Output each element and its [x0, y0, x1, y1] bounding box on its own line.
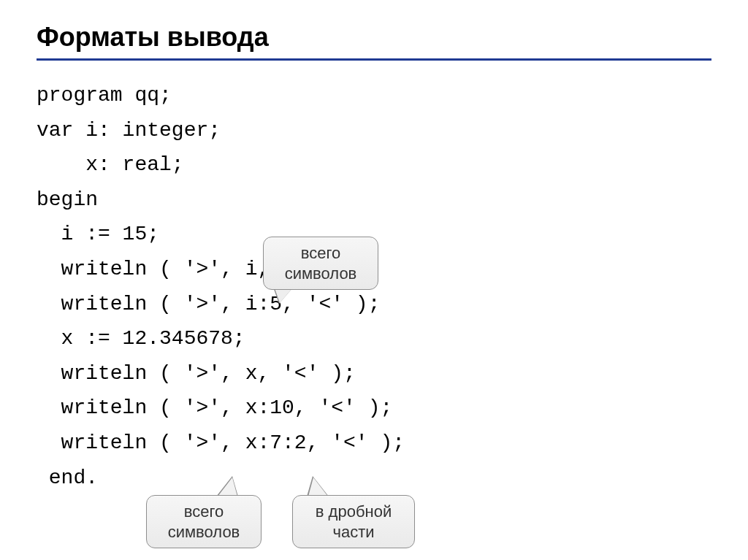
callout-fractional: в дробной части — [292, 495, 415, 548]
code-line: writeln ( '>', x, '<' ); — [37, 362, 356, 385]
code-line: writeln ( '>', i:5, '<' ); — [37, 293, 380, 315]
code-line: i := 15; — [37, 223, 159, 245]
callout-tail — [216, 476, 238, 496]
slide: Форматы вывода program qq; var i: intege… — [0, 0, 748, 560]
title-rule — [37, 58, 711, 61]
code-line: var i: integer; — [37, 119, 221, 142]
code-line: end. — [37, 467, 98, 489]
callout-total-chars-top: всего символов — [263, 237, 378, 290]
code-line: writeln ( '>', i, ' — [37, 258, 294, 280]
code-line: x := 12.345678; — [37, 327, 245, 350]
code-line: x: real; — [37, 153, 184, 176]
code-line: writeln ( '>', x:7:2, '<' ); — [37, 431, 405, 454]
callout-tail — [307, 476, 329, 496]
code-line: program qq; — [37, 84, 172, 107]
callout-total-chars-bottom: всего символов — [146, 495, 262, 548]
slide-title: Форматы вывода — [37, 22, 711, 53]
code-line: begin — [37, 188, 98, 211]
code-line: writeln ( '>', x:10, '<' ); — [37, 396, 392, 419]
